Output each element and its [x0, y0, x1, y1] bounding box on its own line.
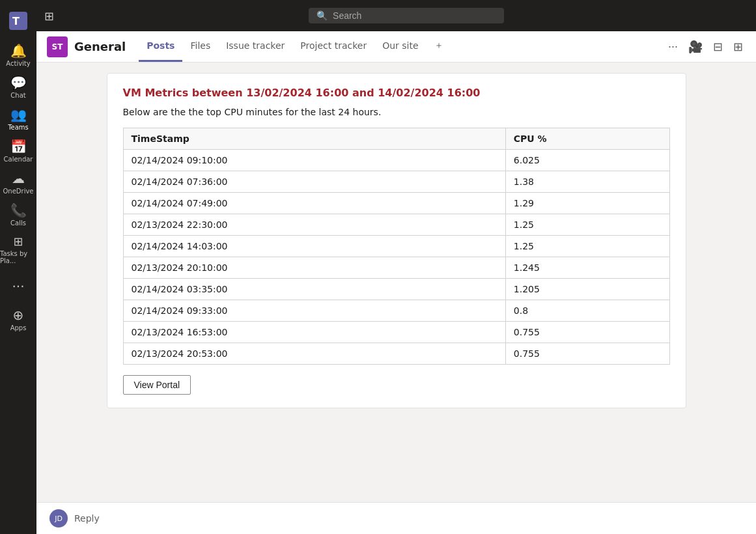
cell-timestamp-2: 02/14/2024 07:49:00 [123, 193, 505, 214]
search-icon: 🔍 [316, 10, 328, 21]
cell-cpu-9: 0.755 [505, 343, 669, 365]
top-bar: ⊞ 🔍 [36, 0, 756, 31]
tasks-label: Tasks by Pla... [0, 250, 36, 264]
cell-cpu-8: 0.755 [505, 322, 669, 343]
reply-avatar: JD [49, 509, 68, 527]
more-icon: ··· [12, 274, 24, 300]
sidebar-item-calls[interactable]: 📞 Calls [0, 199, 36, 231]
channel-tabs: Posts Files Issue tracker Project tracke… [139, 31, 451, 62]
popout-button[interactable]: ⊞ [731, 37, 746, 57]
reply-bar: JD Reply [36, 502, 756, 534]
view-portal-button[interactable]: View Portal [123, 375, 191, 395]
teams-label: Teams [8, 124, 29, 131]
apps-icon: ⊕ [13, 309, 24, 322]
sidebar-item-chat[interactable]: 💬 Chat [0, 71, 36, 103]
onedrive-icon: ☁ [12, 172, 25, 185]
tab-our-site-label: Our site [382, 40, 418, 51]
tab-files-label: Files [190, 40, 210, 51]
channel-header: ST General Posts Files Issue tracker Pro… [36, 31, 756, 63]
avatar-text: ST [52, 42, 63, 51]
cell-cpu-0: 6.025 [505, 150, 669, 171]
table-row: 02/14/2024 14:03:00 1.25 [123, 236, 669, 257]
tab-issue-tracker-label: Issue tracker [226, 40, 285, 51]
cell-timestamp-6: 02/14/2024 03:35:00 [123, 279, 505, 300]
cell-timestamp-9: 02/13/2024 20:53:00 [123, 343, 505, 365]
metrics-table: TimeStamp CPU % 02/14/2024 09:10:00 6.02… [123, 128, 670, 365]
calls-label: Calls [10, 219, 26, 227]
table-row: 02/14/2024 09:33:00 0.8 [123, 300, 669, 322]
cell-cpu-2: 1.29 [505, 193, 669, 214]
chat-label: Chat [10, 92, 25, 99]
sidebar-item-more[interactable]: ··· [0, 268, 36, 303]
tasks-icon: ⊞ [13, 236, 23, 247]
teams-logo: T [0, 5, 36, 39]
chat-icon: 💬 [10, 76, 27, 89]
tab-our-site[interactable]: Our site [374, 31, 426, 62]
video-icon: 🎥 [688, 40, 703, 54]
cell-cpu-5: 1.245 [505, 257, 669, 279]
cell-cpu-6: 1.205 [505, 279, 669, 300]
table-row: 02/14/2024 07:49:00 1.29 [123, 193, 669, 214]
reply-label[interactable]: Reply [74, 513, 100, 524]
table-header-timestamp: TimeStamp [123, 128, 505, 150]
channel-avatar: ST [47, 36, 68, 57]
add-tab-icon: ＋ [434, 40, 443, 51]
message-title: VM Metrics between 13/02/2024 16:00 and … [123, 87, 670, 99]
tab-project-tracker-label: Project tracker [300, 40, 367, 51]
cell-cpu-4: 1.25 [505, 236, 669, 257]
reply-avatar-initials: JD [55, 514, 63, 523]
apps-label: Apps [10, 324, 27, 331]
waffle-icon[interactable]: ⊞ [44, 9, 54, 23]
cell-timestamp-7: 02/14/2024 09:33:00 [123, 300, 505, 322]
tab-add[interactable]: ＋ [427, 31, 451, 62]
sidebar-item-teams[interactable]: 👥 Teams [0, 103, 36, 135]
calls-icon: 📞 [10, 204, 27, 217]
table-row: 02/13/2024 22:30:00 1.25 [123, 214, 669, 236]
teams-icon: 👥 [10, 108, 27, 121]
table-row: 02/14/2024 07:36:00 1.38 [123, 171, 669, 193]
search-box: 🔍 [309, 8, 504, 23]
cell-timestamp-5: 02/13/2024 20:10:00 [123, 257, 505, 279]
cell-timestamp-8: 02/13/2024 16:53:00 [123, 322, 505, 343]
cell-timestamp-0: 02/14/2024 09:10:00 [123, 150, 505, 171]
popout-icon: ⊞ [733, 40, 743, 54]
sidebar-item-onedrive[interactable]: ☁ OneDrive [0, 167, 36, 199]
tab-posts[interactable]: Posts [139, 31, 182, 62]
table-row: 02/14/2024 03:35:00 1.205 [123, 279, 669, 300]
cell-cpu-3: 1.25 [505, 214, 669, 236]
activity-icon: 🔔 [10, 44, 27, 57]
search-input[interactable] [333, 10, 496, 21]
cell-timestamp-1: 02/14/2024 07:36:00 [123, 171, 505, 193]
video-call-button[interactable]: 🎥 [686, 37, 705, 57]
sidebar-item-calendar[interactable]: 📅 Calendar [0, 135, 36, 167]
expand-button[interactable]: ⊟ [710, 37, 725, 57]
channel-header-actions: ··· 🎥 ⊟ ⊞ [665, 37, 746, 57]
main-area: ⊞ 🔍 ST General Posts Files Issue tracker… [36, 0, 756, 534]
expand-icon: ⊟ [713, 40, 723, 54]
table-row: 02/13/2024 16:53:00 0.755 [123, 322, 669, 343]
channel-name: General [74, 40, 126, 53]
table-row: 02/13/2024 20:10:00 1.245 [123, 257, 669, 279]
tab-issue-tracker[interactable]: Issue tracker [218, 31, 292, 62]
cell-cpu-1: 1.38 [505, 171, 669, 193]
calendar-icon: 📅 [10, 140, 27, 153]
table-row: 02/14/2024 09:10:00 6.025 [123, 150, 669, 171]
icon-rail: T 🔔 Activity 💬 Chat 👥 Teams 📅 Calendar ☁… [0, 0, 36, 534]
message-card: VM Metrics between 13/02/2024 16:00 and … [107, 73, 686, 408]
table-row: 02/13/2024 20:53:00 0.755 [123, 343, 669, 365]
message-description: Below are the the top CPU minutes for th… [123, 107, 670, 117]
content-area: VM Metrics between 13/02/2024 16:00 and … [36, 63, 756, 502]
tab-posts-label: Posts [147, 40, 175, 51]
sidebar-item-activity[interactable]: 🔔 Activity [0, 39, 36, 71]
cell-timestamp-4: 02/14/2024 14:03:00 [123, 236, 505, 257]
tab-files[interactable]: Files [182, 31, 218, 62]
activity-label: Activity [6, 60, 30, 67]
tab-project-tracker[interactable]: Project tracker [292, 31, 374, 62]
table-header-cpu: CPU % [505, 128, 669, 150]
onedrive-label: OneDrive [3, 188, 33, 195]
more-options-button[interactable]: ··· [665, 37, 680, 56]
sidebar-item-tasks[interactable]: ⊞ Tasks by Pla... [0, 231, 36, 268]
sidebar-item-apps[interactable]: ⊕ Apps [0, 303, 36, 335]
cell-cpu-7: 0.8 [505, 300, 669, 322]
svg-text:T: T [12, 15, 20, 27]
